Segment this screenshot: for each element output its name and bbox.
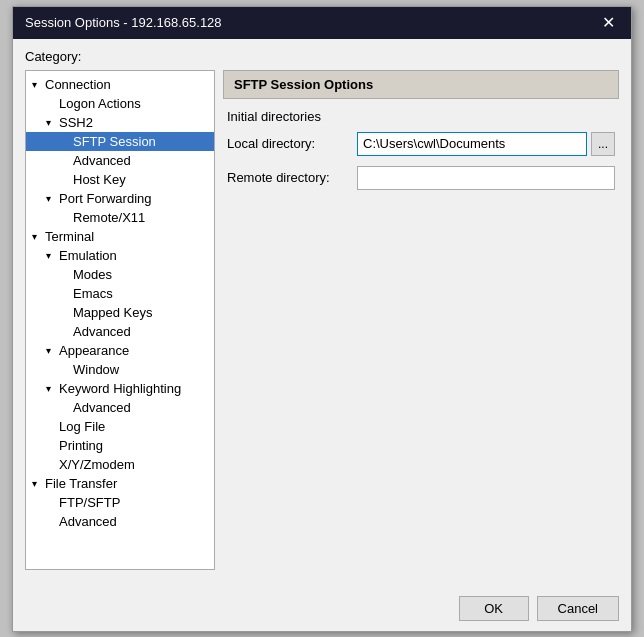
group-label: Initial directories [227, 109, 615, 124]
ok-button[interactable]: OK [459, 596, 529, 621]
tree-item[interactable]: Modes [26, 265, 214, 284]
tree-item[interactable]: ▾File Transfer [26, 474, 214, 493]
tree-item-label: Host Key [73, 172, 126, 187]
tree-item[interactable]: Advanced [26, 322, 214, 341]
tree-item-label: Modes [73, 267, 112, 282]
tree-item-label: Port Forwarding [59, 191, 151, 206]
tree-item[interactable]: Mapped Keys [26, 303, 214, 322]
tree-item-label: Appearance [59, 343, 129, 358]
section-content: Initial directories Local directory: ...… [223, 109, 619, 200]
tree-item[interactable]: Printing [26, 436, 214, 455]
session-options-dialog: Session Options - 192.168.65.128 ✕ Categ… [12, 6, 632, 632]
dialog-footer: OK Cancel [13, 586, 631, 631]
dialog-title: Session Options - 192.168.65.128 [25, 15, 222, 30]
tree-item-label: Terminal [45, 229, 94, 244]
tree-item[interactable]: ▾Keyword Highlighting [26, 379, 214, 398]
tree-item[interactable]: Log File [26, 417, 214, 436]
remote-directory-input-wrap [357, 166, 615, 190]
tree-arrow-icon: ▾ [46, 383, 56, 394]
tree-item-label: SSH2 [59, 115, 93, 130]
tree-arrow-icon: ▾ [46, 193, 56, 204]
tree-item[interactable]: Logon Actions [26, 94, 214, 113]
category-tree[interactable]: ▾ConnectionLogon Actions▾SSH2SFTP Sessio… [25, 70, 215, 570]
tree-arrow-icon: ▾ [32, 478, 42, 489]
local-directory-input[interactable] [357, 132, 587, 156]
tree-item-label: Connection [45, 77, 111, 92]
tree-item-label: Keyword Highlighting [59, 381, 181, 396]
tree-item-label: Emacs [73, 286, 113, 301]
tree-item[interactable]: FTP/SFTP [26, 493, 214, 512]
tree-item[interactable]: Advanced [26, 151, 214, 170]
tree-item-label: SFTP Session [73, 134, 156, 149]
tree-item-label: File Transfer [45, 476, 117, 491]
local-browse-button[interactable]: ... [591, 132, 615, 156]
remote-directory-row: Remote directory: [227, 166, 615, 190]
right-panel: SFTP Session Options Initial directories… [223, 70, 619, 570]
tree-arrow-icon: ▾ [46, 117, 56, 128]
category-label: Category: [25, 49, 619, 64]
local-directory-row: Local directory: ... [227, 132, 615, 156]
tree-arrow-icon: ▾ [46, 345, 56, 356]
tree-item-label: Advanced [59, 514, 117, 529]
tree-item-label: Advanced [73, 324, 131, 339]
tree-item-label: Mapped Keys [73, 305, 153, 320]
tree-arrow-icon: ▾ [32, 79, 42, 90]
tree-item-label: Remote/X11 [73, 210, 145, 225]
cancel-button[interactable]: Cancel [537, 596, 619, 621]
tree-item-label: X/Y/Zmodem [59, 457, 135, 472]
tree-item-label: Advanced [73, 400, 131, 415]
tree-item-label: Window [73, 362, 119, 377]
tree-item[interactable]: ▾Emulation [26, 246, 214, 265]
content-area: ▾ConnectionLogon Actions▾SSH2SFTP Sessio… [25, 70, 619, 570]
tree-item[interactable]: Window [26, 360, 214, 379]
dialog-body: Category: ▾ConnectionLogon Actions▾SSH2S… [13, 39, 631, 582]
tree-item[interactable]: ▾SSH2 [26, 113, 214, 132]
section-header: SFTP Session Options [223, 70, 619, 99]
tree-item[interactable]: Remote/X11 [26, 208, 214, 227]
tree-item[interactable]: ▾Terminal [26, 227, 214, 246]
tree-arrow-icon: ▾ [46, 250, 56, 261]
tree-item[interactable]: ▾Connection [26, 75, 214, 94]
tree-item-label: Advanced [73, 153, 131, 168]
tree-item[interactable]: ▾Appearance [26, 341, 214, 360]
tree-item[interactable]: X/Y/Zmodem [26, 455, 214, 474]
tree-item[interactable]: Advanced [26, 398, 214, 417]
tree-item-label: Logon Actions [59, 96, 141, 111]
tree-item-label: Emulation [59, 248, 117, 263]
tree-arrow-icon: ▾ [32, 231, 42, 242]
local-directory-label: Local directory: [227, 136, 357, 151]
tree-item-label: FTP/SFTP [59, 495, 120, 510]
tree-item[interactable]: Emacs [26, 284, 214, 303]
remote-directory-input[interactable] [357, 166, 615, 190]
remote-directory-label: Remote directory: [227, 170, 357, 185]
close-button[interactable]: ✕ [598, 15, 619, 31]
title-bar: Session Options - 192.168.65.128 ✕ [13, 7, 631, 39]
tree-item-label: Log File [59, 419, 105, 434]
tree-item[interactable]: Advanced [26, 512, 214, 531]
tree-item[interactable]: SFTP Session [26, 132, 214, 151]
tree-item[interactable]: Host Key [26, 170, 214, 189]
tree-item[interactable]: ▾Port Forwarding [26, 189, 214, 208]
local-directory-input-wrap: ... [357, 132, 615, 156]
tree-item-label: Printing [59, 438, 103, 453]
